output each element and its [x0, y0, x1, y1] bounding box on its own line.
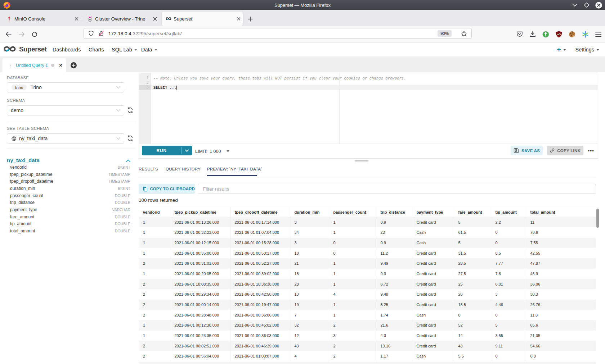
save-as-button[interactable]: SAVE AS	[511, 146, 543, 155]
table-select[interactable]: ny_taxi_data	[7, 133, 124, 144]
save-icon	[514, 148, 519, 153]
column-header[interactable]: vendorid	[139, 207, 170, 217]
shield-icon[interactable]	[88, 31, 94, 36]
window-minimize-icon[interactable]	[571, 1, 578, 9]
column-header[interactable]: payment_type	[412, 207, 454, 217]
results-table-body: 12021-06-01 00:13:26.0002021-06-01 00:17…	[139, 217, 596, 361]
refresh-tables-icon[interactable]	[127, 135, 134, 142]
schema-column-row[interactable]: tpep_dropoff_datetimeTIMESTAMP	[0, 178, 139, 185]
table-cell: 42.55	[526, 248, 596, 258]
new-item-button[interactable]: +	[557, 46, 566, 54]
schema-column-row[interactable]: duration_minBIGINT	[0, 185, 139, 192]
column-header[interactable]: duration_min	[290, 207, 329, 217]
cookie-icon[interactable]	[569, 31, 575, 38]
query-tab-untitled[interactable]: ⋮ Untitled Query 1 ✕	[3, 58, 66, 72]
url-bar[interactable]: 172.18.0.4:32295/superset/sqllab/ 90%	[84, 28, 472, 39]
nav-charts[interactable]: Charts	[89, 42, 104, 57]
menu-hamburger-icon[interactable]	[595, 32, 601, 37]
browser-tab-trino[interactable]: Cluster Overview - Trino	[84, 12, 159, 26]
schema-column-row[interactable]: tpep_pickup_datetimeTIMESTAMP	[0, 171, 139, 178]
editor-toolbar: RUN LIMIT: 1 000 SAVE AS	[139, 144, 598, 158]
refresh-schemas-icon[interactable]	[127, 107, 134, 114]
column-header[interactable]: tip_amount	[491, 207, 526, 217]
nav-sql-lab[interactable]: SQL Lab	[112, 42, 137, 57]
tab-close-icon[interactable]	[234, 14, 243, 23]
new-tab-button[interactable]	[246, 15, 254, 23]
back-button[interactable]	[3, 28, 14, 40]
minio-favicon	[6, 16, 12, 22]
table-cell: Credit card	[412, 331, 454, 341]
browser-tab-minio[interactable]: MinIO Console	[3, 12, 81, 26]
add-query-tab-button[interactable]	[71, 62, 77, 68]
table-cell: 2021-06-01 00:00:14.000	[170, 300, 230, 310]
privacy-badger-icon[interactable]	[542, 31, 549, 38]
table-scrollbar-thumb[interactable]	[596, 209, 599, 228]
schema-column-row[interactable]: passenger_countDOUBLE	[0, 192, 139, 199]
drag-grip-icon[interactable]: ⋮	[9, 63, 13, 68]
tab-close-icon[interactable]	[151, 15, 159, 23]
copy-to-clipboard-button[interactable]: COPY TO CLIPBOARD	[139, 184, 195, 194]
browser-tab-superset[interactable]: Superset	[162, 12, 243, 26]
more-actions-button[interactable]: •••	[588, 148, 594, 154]
window-maximize-icon[interactable]	[583, 1, 590, 9]
table-cell: 6.8	[526, 351, 596, 361]
table-cell: 7	[290, 310, 329, 320]
run-options-caret[interactable]	[182, 146, 192, 155]
tab-title: Superset	[174, 16, 234, 22]
table-cell: 18	[290, 269, 329, 279]
limit-dropdown[interactable]: LIMIT: 1 000	[195, 144, 229, 159]
schema-column-row[interactable]: trip_distanceDOUBLE	[0, 199, 139, 206]
nav-dashboards[interactable]: Dashboards	[53, 42, 81, 57]
table-cell: 1	[329, 310, 376, 320]
sql-editor[interactable]: 1 2 3 -- Note: Unless you save your quer…	[139, 73, 598, 159]
tab-preview[interactable]: PREVIEW: `NY_TAXI_DATA`	[207, 167, 262, 172]
column-header[interactable]: total_amount	[526, 207, 596, 217]
table-schema-heading[interactable]: ny_taxi_data	[7, 157, 40, 163]
query-tab-close-icon[interactable]: ✕	[59, 63, 63, 68]
lock-insecure-icon[interactable]	[98, 31, 104, 36]
table-cell: 13.16	[376, 341, 412, 351]
schema-column-row[interactable]: fare_amountDOUBLE	[0, 213, 139, 220]
pocket-icon[interactable]	[516, 31, 523, 37]
table-cell: 0	[329, 248, 376, 258]
run-button[interactable]: RUN	[142, 146, 192, 155]
database-select[interactable]: trino Trino	[7, 82, 124, 92]
schema-select[interactable]: demo	[7, 105, 124, 115]
database-label: DATABASE	[7, 76, 29, 80]
column-header[interactable]: tpep_dropoff_datetime	[230, 207, 290, 217]
settings-menu[interactable]: Settings	[575, 47, 599, 53]
forward-button[interactable]	[16, 28, 27, 40]
column-header[interactable]: tpep_pickup_datetime	[170, 207, 230, 217]
tab-results[interactable]: RESULTS	[139, 167, 158, 172]
copy-link-button[interactable]: COPY LINK	[547, 146, 583, 155]
column-list: vendoridBIGINTtpep_pickup_datetimeTIMEST…	[0, 164, 139, 235]
filter-results-input[interactable]: Filter results	[198, 184, 596, 194]
schema-column-row[interactable]: total_amountDOUBLE	[0, 227, 139, 235]
column-header[interactable]: passenger_count	[329, 207, 376, 217]
ublock-icon[interactable]: uO	[556, 31, 562, 38]
column-header[interactable]: trip_distance	[376, 207, 412, 217]
table-cell: 11.2	[376, 248, 412, 258]
table-row: 12021-06-01 00:23:35.0002021-06-01 00:36…	[139, 331, 596, 341]
zoom-level-badge[interactable]: 90%	[438, 30, 452, 37]
reload-button[interactable]	[29, 28, 40, 40]
svg-text:uO: uO	[557, 33, 561, 35]
nav-data[interactable]: Data	[141, 42, 157, 57]
schema-column-row[interactable]: tip_amountDOUBLE	[0, 220, 139, 228]
collapse-chevron-up-icon[interactable]	[126, 158, 131, 163]
tab-query-history[interactable]: QUERY HISTORY	[166, 167, 201, 172]
table-cell: 1	[139, 217, 170, 228]
pane-resize-handle[interactable]	[355, 160, 368, 163]
window-close-icon[interactable]	[595, 1, 602, 9]
multi-account-containers-icon[interactable]	[582, 31, 589, 38]
url-text: 172.18.0.4:32295/superset/sqllab/	[108, 31, 182, 36]
downloads-icon[interactable]	[529, 31, 536, 37]
editor-code[interactable]: -- Note: Unless you save your query, the…	[153, 73, 406, 90]
column-type: DOUBLE	[115, 229, 130, 233]
tab-close-icon[interactable]	[72, 15, 81, 23]
schema-column-row[interactable]: vendoridBIGINT	[0, 164, 139, 171]
schema-column-row[interactable]: payment_typeVARCHAR	[0, 206, 139, 213]
query-tab-strip: ⋮ Untitled Query 1 ✕	[0, 57, 605, 72]
column-header[interactable]: fare_amount	[454, 207, 491, 217]
bookmark-star-icon[interactable]	[461, 31, 467, 37]
